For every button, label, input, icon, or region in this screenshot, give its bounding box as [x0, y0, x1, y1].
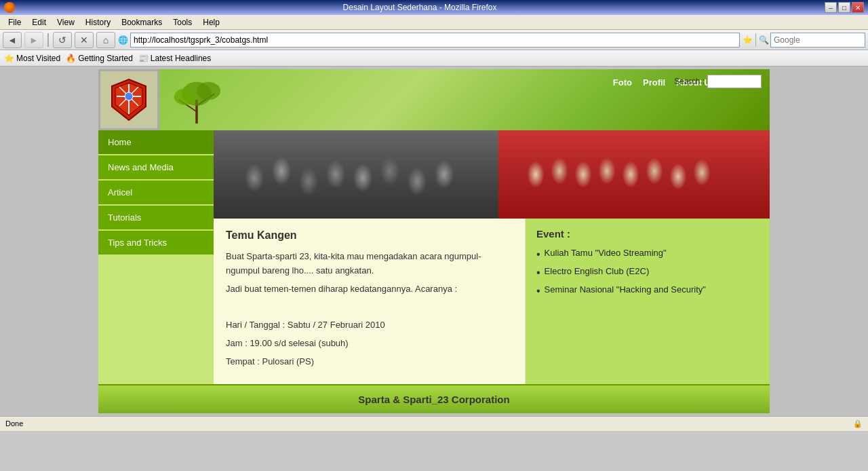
event-list: • Kuliah Tamu "Video Streaming" • Electr… [536, 248, 759, 298]
lock-icon: ⭐ [743, 35, 753, 45]
group-photo [214, 130, 498, 219]
menu-history[interactable]: History [80, 16, 116, 29]
menu-bookmarks[interactable]: Bookmarks [116, 16, 167, 29]
browser-window: Desain Layout Sederhana - Mozilla Firefo… [0, 0, 868, 431]
site-wrapper: Foto Profil About Us Search : Home Ne [98, 69, 770, 413]
event-item-2: • Seminar Nasional "Hacking and Security… [536, 284, 759, 297]
site-footer: Sparta & Sparti_23 Corporation [98, 384, 770, 413]
nav-item-news-media[interactable]: News and Media [98, 155, 214, 181]
nav-item-home[interactable]: Home [98, 130, 214, 155]
nav-item-articel[interactable]: Articel [98, 181, 214, 206]
site-body: Home News and Media Articel Tutorials Ti… [98, 130, 770, 384]
search-engine-icon: 🔍 [759, 35, 769, 45]
status-text: Done [5, 419, 23, 428]
window-title: Desain Layout Sederhana - Mozilla Firefo… [15, 3, 825, 12]
menu-tools[interactable]: Tools [167, 16, 197, 29]
search-input[interactable] [770, 33, 865, 48]
event-label-2: Seminar Nasional "Hacking and Security" [545, 284, 706, 295]
article-para-5: Tempat : Pulosari (PS) [226, 355, 513, 369]
logo-svg [108, 76, 149, 124]
site-nav: Home News and Media Articel Tutorials Ti… [98, 130, 214, 384]
footer-text: Sparta & Sparti_23 Corporation [358, 394, 509, 405]
content-main: Temu Kangen Buat Sparta-sparti 23, kita-… [214, 219, 770, 384]
bookmark-most-visited-label: Most Visited [16, 54, 60, 63]
search-bar: 🔍 [759, 33, 865, 48]
back-button[interactable]: ◄ [3, 32, 22, 48]
bookmark-most-visited[interactable]: ⭐ Most Visited [4, 54, 60, 63]
status-bar: Done 🔒 [0, 416, 868, 431]
title-bar: Desain Layout Sederhana - Mozilla Firefo… [0, 0, 868, 15]
content-article: Temu Kangen Buat Sparta-sparti 23, kita-… [214, 219, 526, 384]
event-label-0: Kuliah Tamu "Video Streaming" [545, 248, 667, 258]
header-search-input[interactable] [707, 75, 762, 88]
bookmark-getting-started[interactable]: 🔥 Getting Started [66, 54, 133, 63]
most-visited-icon: ⭐ [4, 54, 14, 63]
article-para-3: Hari / Tanggal : Sabtu / 27 Februari 201… [226, 318, 513, 333]
latest-headlines-icon: 📰 [138, 54, 149, 63]
content-sidebar: Event : • Kuliah Tamu "Video Streaming" … [526, 219, 770, 384]
getting-started-icon: 🔥 [66, 54, 76, 63]
event-item-0: • Kuliah Tamu "Video Streaming" [536, 248, 759, 261]
nav-foto[interactable]: Foto [613, 77, 632, 88]
bullet-1: • [536, 266, 540, 279]
address-bar: 🌐 [118, 33, 740, 48]
close-button[interactable]: ✕ [852, 2, 864, 13]
event-title: Event : [536, 228, 759, 240]
article-para-0: Buat Sparta-sparti 23, kita-kita mau men… [226, 250, 513, 278]
bullet-2: • [536, 284, 540, 297]
svg-point-6 [125, 92, 133, 100]
event-item-1: • Electro English Club (E2C) [536, 266, 759, 279]
firefox-logo [4, 2, 15, 13]
uniform-photo [498, 130, 770, 219]
navigation-toolbar: ◄ ► ↺ ✕ ⌂ 🌐 ⭐ 🔍 [0, 30, 868, 50]
page-icon: 🌐 [118, 35, 128, 45]
menu-help[interactable]: Help [197, 16, 225, 29]
site-content: Temu Kangen Buat Sparta-sparti 23, kita-… [214, 130, 770, 384]
browser-viewport: Foto Profil About Us Search : Home Ne [0, 67, 868, 416]
event-label-1: Electro English Club (E2C) [545, 266, 650, 276]
bookmark-getting-started-label: Getting Started [78, 54, 133, 63]
bookmarks-bar: ⭐ Most Visited 🔥 Getting Started 📰 Lates… [0, 50, 868, 67]
maximize-button[interactable]: □ [838, 2, 850, 13]
content-images [214, 130, 770, 219]
svg-point-11 [174, 88, 196, 105]
article-para-4: Jam : 19.00 s/d selesai (subuh) [226, 337, 513, 351]
search-label: Search : [674, 77, 705, 86]
site-header: Foto Profil About Us Search : [98, 69, 770, 130]
menu-bar: File Edit View History Bookmarks Tools H… [0, 15, 868, 30]
article-para-2 [226, 300, 513, 314]
header-search: Search : [674, 75, 762, 88]
nav-item-tutorials[interactable]: Tutorials [98, 206, 214, 231]
security-icon: 🔒 [853, 419, 863, 428]
menu-view[interactable]: View [52, 16, 80, 29]
window-controls: – □ ✕ [825, 2, 864, 13]
nav-profil[interactable]: Profil [643, 77, 665, 88]
header-banner: Foto Profil About Us Search : [159, 69, 770, 130]
reload-button[interactable]: ↺ [53, 32, 72, 48]
stop-button[interactable]: ✕ [75, 32, 94, 48]
header-tree-decoration [166, 76, 227, 124]
bullet-0: • [536, 248, 540, 261]
bookmark-latest-headlines-label: Latest Headlines [151, 54, 211, 63]
home-button[interactable]: ⌂ [96, 32, 115, 48]
nav-item-tips-tricks[interactable]: Tips and Tricks [98, 231, 214, 256]
address-input[interactable] [130, 33, 740, 48]
minimize-button[interactable]: – [825, 2, 837, 13]
site-logo [98, 69, 159, 130]
menu-edit[interactable]: Edit [26, 16, 52, 29]
svg-point-12 [197, 82, 220, 100]
article-para-1: Jadi buat temen-temen diharap kedatangan… [226, 282, 513, 297]
article-title: Temu Kangen [226, 229, 513, 242]
bookmark-latest-headlines[interactable]: 📰 Latest Headlines [138, 54, 211, 63]
menu-file[interactable]: File [3, 16, 26, 29]
group-photo-container [214, 130, 498, 219]
uniform-photo-container [498, 130, 770, 219]
forward-button[interactable]: ► [24, 32, 43, 48]
